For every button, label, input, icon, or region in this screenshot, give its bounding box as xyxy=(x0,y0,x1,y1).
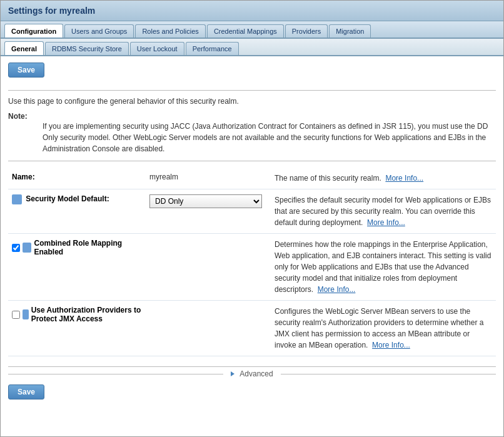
more-info-security-model[interactable]: More Info... xyxy=(367,218,405,227)
field-desc-security-model: Specifies the default security model for… xyxy=(271,189,496,234)
divider-note xyxy=(8,161,496,161)
tab-roles-policies[interactable]: Roles and Policies xyxy=(135,24,206,38)
field-label-security-model: Security Model Default: xyxy=(8,189,146,234)
advanced-arrow-icon xyxy=(231,371,234,376)
form-table: Name: myrealm The name of this security … xyxy=(8,168,496,356)
tab-migration[interactable]: Migration xyxy=(329,24,371,38)
description-text: Use this page to configure the general b… xyxy=(8,97,496,106)
field-value-combined-role xyxy=(146,234,271,301)
advanced-label-text: Advanced xyxy=(239,369,273,378)
field-desc-combined-role: Determines how the role mappings in the … xyxy=(271,234,496,301)
field-desc-name: The name of this security realm. More In… xyxy=(271,168,496,189)
more-info-combined-role[interactable]: More Info... xyxy=(318,285,356,294)
sub-tab-performance[interactable]: Performance xyxy=(186,42,239,55)
table-row: Use Authorization Providers to Protect J… xyxy=(8,301,496,356)
page-title: Settings for myrealm xyxy=(8,6,496,16)
sub-tab-user-lockout[interactable]: User Lockout xyxy=(130,42,184,55)
table-row: Name: myrealm The name of this security … xyxy=(8,168,496,189)
advanced-section: Advanced xyxy=(8,366,496,378)
divider-top xyxy=(8,90,496,91)
combined-role-icon xyxy=(23,243,31,253)
sub-tab-general[interactable]: General xyxy=(4,41,44,55)
more-info-name[interactable]: More Info... xyxy=(385,174,423,183)
sub-tab-rdbms[interactable]: RDBMS Security Store xyxy=(45,42,129,55)
field-desc-auth-providers: Configures the WebLogic Server MBean ser… xyxy=(271,301,496,356)
title-bar: Settings for myrealm xyxy=(1,1,503,21)
field-value-security-model[interactable]: DD Only Custom Roles Custom Roles and Po… xyxy=(146,189,271,234)
tab-configuration[interactable]: Configuration xyxy=(4,24,63,38)
auth-providers-checkbox[interactable] xyxy=(12,311,20,319)
field-label-combined-role: Combined Role Mapping Enabled xyxy=(8,234,146,301)
tab-users-groups[interactable]: Users and Groups xyxy=(64,24,134,38)
save-button-bottom[interactable]: Save xyxy=(8,384,44,399)
field-value-auth-providers xyxy=(146,301,271,356)
note-block: Note: If you are implementing security u… xyxy=(8,112,496,154)
save-button-top[interactable]: Save xyxy=(8,63,44,78)
combined-role-checkbox[interactable] xyxy=(12,244,20,252)
tab-providers[interactable]: Providers xyxy=(285,24,328,38)
main-tab-bar: Configuration Users and Groups Roles and… xyxy=(1,21,503,39)
more-info-auth-providers[interactable]: More Info... xyxy=(372,341,410,349)
advanced-toggle[interactable]: Advanced xyxy=(8,369,496,378)
sub-tab-bar: General RDBMS Security Store User Lockou… xyxy=(1,39,503,56)
field-label-auth-providers: Use Authorization Providers to Protect J… xyxy=(8,301,146,356)
field-value-name: myrealm xyxy=(146,168,271,189)
auth-providers-icon xyxy=(23,309,29,319)
tab-credential-mappings[interactable]: Credential Mappings xyxy=(207,24,284,38)
security-model-icon xyxy=(12,194,22,204)
page-wrapper: Settings for myrealm Configuration Users… xyxy=(0,0,504,437)
field-label-name: Name: xyxy=(8,168,146,189)
note-label: Note: xyxy=(8,112,28,121)
note-text: If you are implementing security using J… xyxy=(43,121,496,154)
content-area: Save Use this page to configure the gene… xyxy=(1,56,503,412)
table-row: Combined Role Mapping Enabled Determines… xyxy=(8,234,496,301)
security-model-select[interactable]: DD Only Custom Roles Custom Roles and Po… xyxy=(149,194,262,208)
table-row: Security Model Default: DD Only Custom R… xyxy=(8,189,496,234)
